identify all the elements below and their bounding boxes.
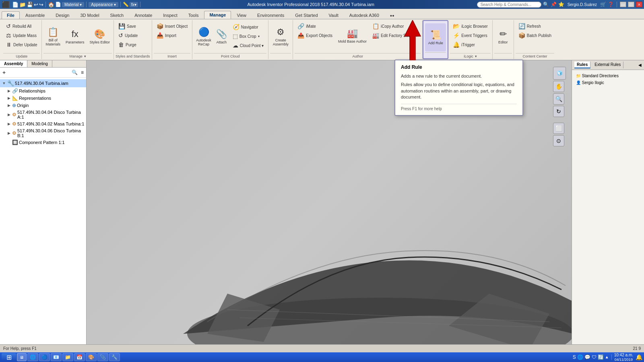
tab-environments[interactable]: Environments: [252, 11, 289, 19]
favorites-icon[interactable]: ⭐: [558, 2, 564, 7]
import-button[interactable]: 📥 Import: [154, 31, 179, 40]
save-btn[interactable]: 💾: [27, 2, 33, 8]
autodesk-recap-button[interactable]: 🔵 AutodeskReCap: [194, 23, 213, 51]
taskbar-app9[interactable]: 🔧: [109, 353, 120, 361]
tree-item-origin[interactable]: ▶ ⊕ Origin: [0, 102, 86, 109]
function-btn[interactable]: fx▾: [130, 2, 138, 7]
messaging-tray-icon[interactable]: 💬: [584, 354, 590, 360]
rules-tab[interactable]: Rules: [574, 62, 590, 68]
tree-item-pattern[interactable]: 🔲 Component Pattern 1:1: [0, 139, 86, 146]
tab-manage[interactable]: Manage: [204, 11, 231, 19]
search-input[interactable]: [477, 2, 541, 8]
sergio-ilogic-item[interactable]: 👤 Sergio Ilogic: [574, 79, 642, 86]
batch-publish-button[interactable]: 📦 Batch Publish: [516, 31, 554, 40]
event-triggers-button[interactable]: ⚡ Event Triggers: [450, 31, 490, 40]
search-icon[interactable]: 🔍: [543, 2, 549, 7]
ilogic-panel-collapse[interactable]: ◀: [638, 63, 642, 67]
tab-view[interactable]: View: [231, 11, 252, 19]
edit-factory-scope-button[interactable]: 🏭 Edit Factory Scope ▾: [369, 31, 421, 40]
security-tray-icon[interactable]: 🛡: [592, 354, 597, 360]
refresh-button[interactable]: 🔄 Refresh: [516, 22, 544, 31]
tab-modeling[interactable]: Modeling: [27, 60, 52, 67]
pin-icon[interactable]: 📌: [551, 2, 557, 7]
taskbar-app8[interactable]: 📎: [97, 353, 108, 361]
save-style-button[interactable]: 💾 Save: [116, 22, 139, 31]
taskbar-paint[interactable]: 🎨: [86, 353, 97, 361]
home-view-btn[interactable]: ⬜: [553, 123, 564, 134]
appearance-dropdown[interactable]: Appearance ▾: [89, 2, 118, 7]
measure-btn[interactable]: 📏: [123, 2, 129, 7]
expand-tray-btn[interactable]: ▲: [605, 355, 609, 359]
view-cube[interactable]: 🧊: [553, 67, 566, 80]
undo-btn[interactable]: ↩: [34, 2, 38, 8]
tab-assemble[interactable]: Assemble: [20, 11, 50, 19]
ilogic-arrow[interactable]: ▾: [475, 54, 477, 58]
cloud-point-button[interactable]: ☁ Cloud Point ▾: [230, 41, 266, 50]
itrigger-button[interactable]: 🔔 iTrigger: [450, 40, 478, 49]
external-rules-tab[interactable]: External Rules: [592, 62, 623, 68]
mold-base-author-button[interactable]: 🏭 Mold Base Author: [336, 22, 369, 50]
tab-assembly[interactable]: Assembly: [0, 60, 27, 67]
box-crop-arrow[interactable]: ▾: [258, 35, 260, 38]
redo-btn[interactable]: ↪: [39, 2, 43, 8]
cart-icon[interactable]: 🛒: [600, 2, 606, 7]
taskbar-app-autodesk[interactable]: 🖥: [17, 353, 27, 361]
editor-button[interactable]: ✏ Editor: [494, 23, 512, 51]
add-component-btn[interactable]: +: [2, 68, 6, 76]
purge-button[interactable]: 🗑 Purge: [116, 40, 139, 49]
tab-3dmodel[interactable]: 3D Model: [75, 11, 105, 19]
tree-root[interactable]: ▼ 🔧 517.49N.30.04 Turbina.iam: [0, 79, 86, 87]
update-style-button[interactable]: ↺ Update: [116, 31, 140, 40]
tab-get-started[interactable]: Get Started: [290, 11, 323, 19]
orbit-btn[interactable]: ↻: [553, 106, 564, 117]
navigator-button[interactable]: 🧭 Navigator: [230, 23, 266, 31]
new-file-btn[interactable]: 📄: [12, 2, 19, 8]
styles-editor-button[interactable]: 🎨 Styles Editor: [88, 23, 112, 51]
tab-annotate[interactable]: Annotate: [129, 11, 157, 19]
tab-more[interactable]: ●●: [385, 12, 400, 19]
tree-item-disco-a[interactable]: ▶ ⚙ 517.49N.30.04.04 Disco Turbina A:1: [0, 109, 86, 120]
minimize-btn[interactable]: —: [620, 2, 626, 7]
bill-of-materials-button[interactable]: 📋 Bill ofMaterials: [43, 23, 62, 51]
pan-btn[interactable]: ✋: [553, 81, 564, 92]
box-crop-button[interactable]: ⬚ Box Crop ▾: [230, 32, 266, 41]
tree-item-relationships[interactable]: ▶ 🔗 Relationships: [0, 87, 86, 95]
tab-design[interactable]: Design: [50, 11, 74, 19]
defer-update-button[interactable]: ⏸ Defer Update: [3, 40, 40, 49]
help-icon[interactable]: ❓: [608, 2, 614, 7]
taskbar-chrome[interactable]: 🔵: [39, 353, 50, 361]
icopy-author-button[interactable]: 📋 iCopy Author: [369, 22, 421, 31]
parameters-button[interactable]: fx Parameters: [64, 23, 87, 51]
tab-autodesk-a360[interactable]: Autodesk A360: [344, 11, 384, 19]
network-tray-icon[interactable]: 🌐: [577, 354, 583, 360]
maximize-btn[interactable]: □: [628, 2, 634, 7]
tab-sketch[interactable]: Sketch: [105, 11, 129, 19]
close-btn[interactable]: ×: [636, 2, 642, 7]
material-dropdown[interactable]: Material ▾: [62, 2, 84, 7]
home-btn[interactable]: 🏠: [48, 2, 54, 8]
attach-button[interactable]: 📎 Attach: [214, 23, 229, 51]
manage-dropdown-arrow[interactable]: ▾: [84, 54, 86, 58]
tab-vault[interactable]: Vault: [324, 11, 344, 19]
tab-inspect[interactable]: Inspect: [158, 11, 182, 19]
tree-item-disco-b[interactable]: ▶ ⚙ 517.49N.30.04.06 Disco Turbina B:1: [0, 128, 86, 139]
full-nav-wheel-btn[interactable]: ⊙: [553, 135, 564, 146]
taskbar-ie[interactable]: 🌐: [27, 353, 38, 361]
create-assembly-button[interactable]: ⚙ CreateAssembly: [270, 23, 291, 51]
skype-tray-icon[interactable]: S: [573, 354, 576, 360]
notification-btn[interactable]: 🔔: [636, 354, 642, 360]
taskbar-outlook[interactable]: 📧: [51, 353, 62, 361]
imate-button[interactable]: 🔗 iMate: [295, 22, 335, 31]
tab-tools[interactable]: Tools: [183, 11, 204, 19]
clock[interactable]: 10:42 a.m. 04/11/2019: [614, 353, 633, 362]
tab-file[interactable]: File: [2, 11, 20, 19]
standard-directories-item[interactable]: 📁 Standard Directories: [574, 72, 642, 79]
taskbar-explorer[interactable]: 📁: [62, 353, 73, 361]
tree-menu-btn[interactable]: ≡: [80, 69, 85, 76]
update-mass-button[interactable]: ⚖ Update Mass: [3, 31, 39, 40]
taskbar-calendar[interactable]: 📅: [74, 353, 85, 361]
tree-item-masa[interactable]: ▶ ⚙ 517.49N.30.04.02 Masa Turbina:1: [0, 120, 86, 128]
insert-object-button[interactable]: 📦 Insert Object: [154, 22, 191, 31]
sync-tray-icon[interactable]: 🔄: [598, 354, 604, 360]
add-rule-button[interactable]: 📜 Add Rule: [425, 23, 446, 51]
